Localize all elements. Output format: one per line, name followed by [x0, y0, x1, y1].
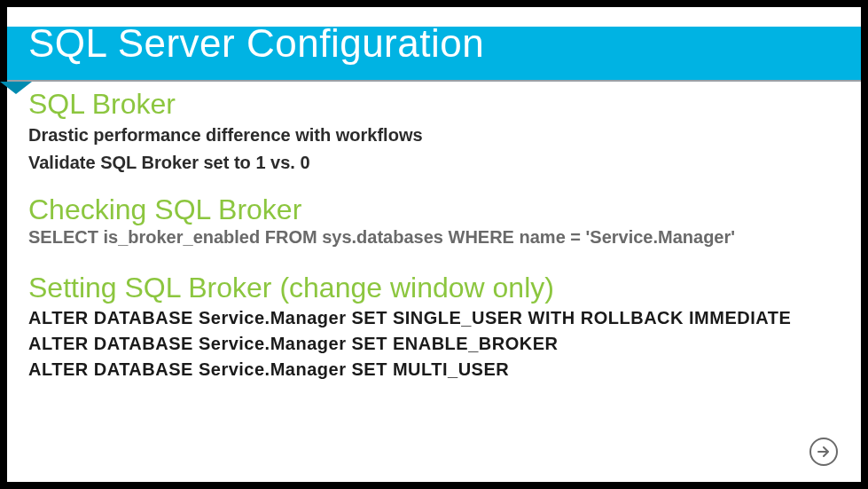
content-area: SQL Broker Drastic performance differenc…	[28, 89, 840, 382]
page-title: SQL Server Configuration	[28, 21, 484, 66]
sql-alter-statement: ALTER DATABASE Service.Manager SET SINGL…	[28, 306, 840, 330]
sql-select-statement: SELECT is_broker_enabled FROM sys.databa…	[28, 227, 840, 248]
section-heading-setting: Setting SQL Broker (change window only)	[28, 272, 840, 304]
body-text: Drastic performance difference with work…	[28, 123, 840, 147]
sql-alter-statement: ALTER DATABASE Service.Manager SET MULTI…	[28, 358, 840, 382]
section-heading-sql-broker: SQL Broker	[28, 89, 840, 120]
sql-alter-statement: ALTER DATABASE Service.Manager SET ENABL…	[28, 332, 840, 356]
title-tab-indicator	[0, 82, 32, 94]
arrow-right-icon	[817, 445, 831, 459]
section-heading-checking: Checking SQL Broker	[28, 194, 840, 225]
next-button[interactable]	[809, 438, 838, 466]
slide: SQL Server Configuration SQL Broker Dras…	[7, 7, 861, 482]
body-text: Validate SQL Broker set to 1 vs. 0	[28, 151, 840, 175]
title-bar: SQL Server Configuration	[7, 27, 861, 82]
